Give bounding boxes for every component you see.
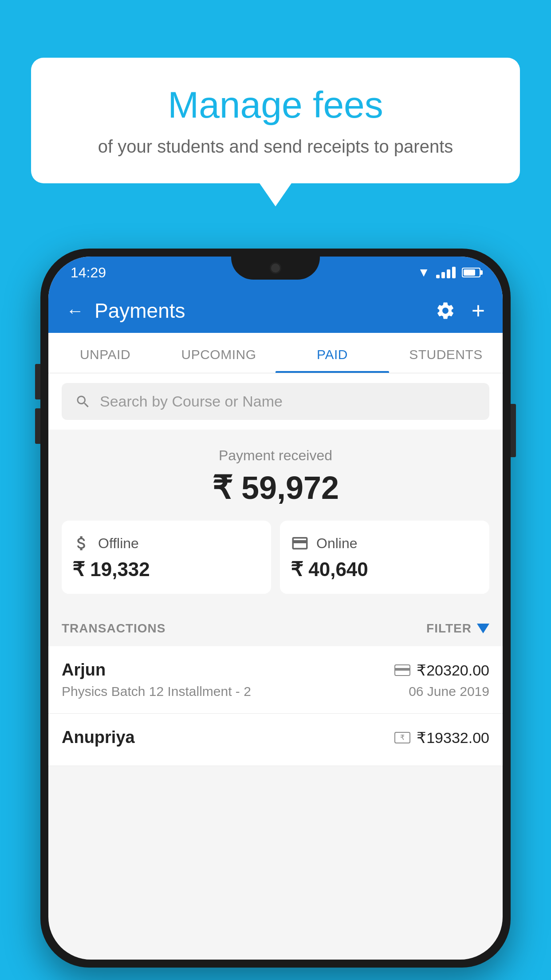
- online-payment-card: Online ₹ 40,640: [280, 521, 489, 594]
- phone-frame: 14:29 ▼ ← Payments: [40, 249, 511, 968]
- header-right: +: [435, 299, 485, 322]
- status-icons: ▼: [417, 265, 480, 280]
- volume-up-button[interactable]: [35, 364, 40, 399]
- wifi-icon: ▼: [417, 265, 430, 280]
- transaction-date: 06 June 2019: [409, 684, 489, 699]
- tab-paid[interactable]: PAID: [276, 333, 389, 373]
- payment-cards: Offline ₹ 19,332 Online ₹ 40,640: [62, 521, 489, 594]
- filter-button[interactable]: FILTER: [426, 621, 489, 636]
- online-label: Online: [316, 535, 358, 552]
- card-payment-icon: [394, 664, 410, 676]
- payment-received-label: Payment received: [62, 447, 489, 464]
- filter-label: FILTER: [426, 621, 472, 636]
- signal-icon: [436, 267, 456, 278]
- speech-bubble-container: Manage fees of your students and send re…: [31, 58, 520, 183]
- phone-screen: 14:29 ▼ ← Payments: [48, 257, 503, 960]
- app-header: ← Payments +: [48, 288, 503, 333]
- power-button[interactable]: [511, 404, 516, 457]
- search-icon: [75, 394, 91, 410]
- search-input-wrapper[interactable]: Search by Course or Name: [62, 383, 489, 420]
- tab-unpaid[interactable]: UNPAID: [48, 333, 162, 373]
- transactions-label: TRANSACTIONS: [62, 621, 165, 636]
- speech-bubble: Manage fees of your students and send re…: [31, 58, 520, 183]
- online-amount: ₹ 40,640: [291, 558, 479, 581]
- tab-students[interactable]: STUDENTS: [389, 333, 503, 373]
- search-input[interactable]: Search by Course or Name: [100, 393, 283, 410]
- bubble-title: Manage fees: [58, 84, 493, 125]
- cash-payment-icon: ₹: [394, 732, 410, 743]
- transaction-row[interactable]: Arjun ₹20320.00 Physics Batch 12 Install…: [48, 646, 503, 714]
- online-icon: [291, 534, 309, 553]
- side-buttons-left: [35, 364, 40, 444]
- offline-label: Offline: [98, 535, 139, 552]
- bubble-subtitle: of your students and send receipts to pa…: [58, 134, 493, 159]
- volume-down-button[interactable]: [35, 408, 40, 444]
- transaction-amount-container: ₹ ₹19332.00: [394, 729, 489, 747]
- transactions-header: TRANSACTIONS FILTER: [48, 607, 503, 646]
- transaction-name: Arjun: [62, 660, 106, 680]
- settings-icon[interactable]: [435, 300, 456, 321]
- offline-icon: [72, 534, 91, 553]
- phone-notch: [231, 257, 320, 280]
- battery-icon: [462, 268, 480, 277]
- transaction-course: Physics Batch 12 Installment - 2: [62, 684, 251, 699]
- header-left: ← Payments: [66, 299, 185, 323]
- filter-icon: [477, 624, 489, 633]
- camera: [270, 262, 281, 274]
- transaction-amount: ₹20320.00: [417, 661, 489, 679]
- search-container: Search by Course or Name: [48, 373, 503, 430]
- payment-summary: Payment received ₹ 59,972 Offline ₹ 19,3…: [48, 430, 503, 607]
- transaction-name: Anupriya: [62, 728, 135, 747]
- status-time: 14:29: [71, 265, 106, 281]
- back-button[interactable]: ←: [66, 301, 84, 321]
- tabs-bar: UNPAID UPCOMING PAID STUDENTS: [48, 333, 503, 373]
- transaction-row[interactable]: Anupriya ₹ ₹19332.00: [48, 714, 503, 766]
- offline-amount: ₹ 19,332: [72, 558, 260, 581]
- transaction-amount-container: ₹20320.00: [394, 661, 489, 679]
- offline-payment-card: Offline ₹ 19,332: [62, 521, 271, 594]
- tab-upcoming[interactable]: UPCOMING: [162, 333, 276, 373]
- add-button[interactable]: +: [472, 299, 485, 322]
- header-title: Payments: [94, 299, 185, 323]
- payment-total-amount: ₹ 59,972: [62, 469, 489, 506]
- transaction-amount: ₹19332.00: [417, 729, 489, 747]
